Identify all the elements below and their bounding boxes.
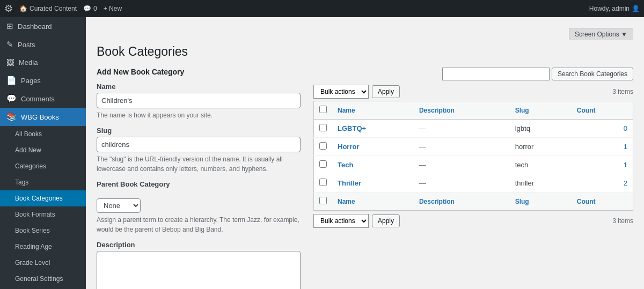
th-count[interactable]: Count <box>572 101 633 120</box>
row-description: — <box>414 138 510 156</box>
slug-group: Slug The "slug" is the URL-friendly vers… <box>97 127 301 174</box>
user-avatar-icon[interactable]: 👤 <box>632 5 640 12</box>
screen-options-bar: Screen Options ▼ <box>97 28 633 40</box>
sidebar-item-label: Dashboard <box>18 23 52 31</box>
row-description: — <box>414 156 510 174</box>
sidebar-item-comments[interactable]: 💬 Comments <box>0 90 86 108</box>
row-name[interactable]: Tech <box>332 156 414 174</box>
sidebar-item-pages[interactable]: 📄 Pages <box>0 71 86 90</box>
row-name[interactable]: LGBTQ+ <box>332 120 414 138</box>
row-description: — <box>414 120 510 138</box>
row-checkbox[interactable] <box>319 142 327 150</box>
search-button[interactable]: Search Book Categories <box>552 68 633 80</box>
sidebar-sub-reading-age[interactable]: Reading Age <box>0 239 86 255</box>
search-input[interactable] <box>442 68 550 80</box>
th-description[interactable]: Description <box>414 101 510 120</box>
th-name[interactable]: Name <box>332 101 414 120</box>
apply-button-bottom[interactable]: Apply <box>372 214 400 227</box>
row-count[interactable]: 0 <box>572 120 633 138</box>
name-input[interactable] <box>97 93 301 108</box>
sidebar-sub-tags[interactable]: Tags <box>0 174 86 190</box>
table-row: Horror — horror 1 <box>314 138 633 156</box>
name-label: Name <box>97 83 301 91</box>
sidebar-item-media[interactable]: 🖼 Media <box>0 54 86 71</box>
row-slug: tech <box>510 156 572 174</box>
sidebar-item-label: WBG Books <box>21 113 59 121</box>
sidebar-sub-all-books[interactable]: All Books <box>0 126 86 142</box>
tfoot-description[interactable]: Description <box>414 192 510 211</box>
apply-button-top[interactable]: Apply <box>372 85 400 98</box>
description-textarea[interactable] <box>97 251 301 289</box>
screen-options-button[interactable]: Screen Options ▼ <box>569 28 633 40</box>
sidebar-sub-book-formats[interactable]: Book Formats <box>0 206 86 223</box>
row-checkbox[interactable] <box>319 160 327 168</box>
name-group: Name The name is how it appears on your … <box>97 83 301 120</box>
description-group: Description The description is not promi… <box>97 241 301 289</box>
comment-icon: 💬 <box>83 5 91 12</box>
admin-bar: ⚙ 🏠 Curated Content 💬 0 + New Howdy, adm… <box>0 0 644 17</box>
categories-table: Name Description Slug Count LGBTQ+ — lgb… <box>313 101 633 211</box>
content-layout: Add New Book Category Name The name is h… <box>97 68 633 289</box>
slug-input[interactable] <box>97 137 301 152</box>
comments-link[interactable]: 💬 0 <box>83 5 97 12</box>
sidebar-sub-gallery-settings[interactable]: Gallery Settings <box>0 287 86 289</box>
sidebar-sub-add-new[interactable]: Add New <box>0 142 86 158</box>
parent-group: Parent Book Category None Assign a paren… <box>97 180 301 234</box>
parent-select[interactable]: None <box>97 198 141 213</box>
sidebar-item-label: Comments <box>21 95 55 103</box>
sidebar-item-posts[interactable]: ✎ Posts <box>0 35 86 54</box>
row-slug: thriller <box>510 174 572 192</box>
slug-label: Slug <box>97 127 301 135</box>
main-content: Screen Options ▼ Book Categories Add New… <box>86 17 644 289</box>
admin-bar-right: Howdy, admin 👤 <box>589 5 640 12</box>
wp-logo-icon[interactable]: ⚙ <box>4 3 13 14</box>
name-help: The name is how it appears on your site. <box>97 110 301 120</box>
sidebar-sub-book-series[interactable]: Book Series <box>0 223 86 239</box>
sidebar-item-wbg-books[interactable]: 📚 WBG Books <box>0 108 86 126</box>
sidebar-sub-book-categories[interactable]: Book Categories <box>0 190 86 206</box>
row-description: — <box>414 174 510 192</box>
comments-icon: 💬 <box>6 94 17 103</box>
row-slug: horror <box>510 138 572 156</box>
row-count[interactable]: 1 <box>572 156 633 174</box>
table-row: Thriller — thriller 2 <box>314 174 633 192</box>
dashboard-icon: ⊞ <box>6 21 13 31</box>
page-title: Book Categories <box>97 45 633 59</box>
bottom-bulk-actions: Bulk actions Apply <box>313 214 400 228</box>
top-bulk-actions: Bulk actions Apply <box>313 85 400 99</box>
slug-help: The "slug" is the URL-friendly version o… <box>97 154 301 174</box>
table-row: Tech — tech 1 <box>314 156 633 174</box>
tfoot-slug[interactable]: Slug <box>510 192 572 211</box>
tfoot-name[interactable]: Name <box>332 192 414 211</box>
sidebar-item-dashboard[interactable]: ⊞ Dashboard <box>0 17 86 35</box>
form-column: Add New Book Category Name The name is h… <box>97 68 301 289</box>
row-count[interactable]: 2 <box>572 174 633 192</box>
sidebar-sub-general-settings[interactable]: General Settings <box>0 271 86 287</box>
tfoot-count[interactable]: Count <box>572 192 633 211</box>
select-all-checkbox-bottom[interactable] <box>319 197 327 204</box>
table-header-row: Name Description Slug Count <box>314 101 633 120</box>
add-new-link[interactable]: + New <box>104 5 122 12</box>
bulk-actions-select-bottom[interactable]: Bulk actions <box>313 214 369 228</box>
row-name[interactable]: Thriller <box>332 174 414 192</box>
tfoot-checkbox <box>314 192 333 211</box>
sidebar-item-label: Media <box>19 58 38 66</box>
row-checkbox[interactable] <box>319 179 327 186</box>
home-icon: 🏠 <box>19 5 27 12</box>
sidebar-sub-grade-level[interactable]: Grade Level <box>0 255 86 271</box>
bulk-actions-select-top[interactable]: Bulk actions <box>313 85 369 99</box>
table-row: LGBTQ+ — lgbtq 0 <box>314 120 633 138</box>
sidebar-sub-categories[interactable]: Categories <box>0 158 86 174</box>
posts-icon: ✎ <box>6 40 13 49</box>
sidebar-item-label: Pages <box>21 77 41 85</box>
site-name[interactable]: 🏠 Curated Content <box>19 5 77 12</box>
row-name[interactable]: Horror <box>332 138 414 156</box>
row-checkbox[interactable] <box>319 124 327 131</box>
top-bulk-row: Bulk actions Apply 3 items <box>313 85 633 99</box>
th-slug[interactable]: Slug <box>510 101 572 120</box>
row-count[interactable]: 1 <box>572 138 633 156</box>
select-all-checkbox-top[interactable] <box>319 106 327 113</box>
description-label: Description <box>97 241 301 249</box>
search-row: Search Book Categories <box>313 68 633 80</box>
sidebar: ⊞ Dashboard ✎ Posts 🖼 Media 📄 Pages 💬 Co… <box>0 17 86 289</box>
